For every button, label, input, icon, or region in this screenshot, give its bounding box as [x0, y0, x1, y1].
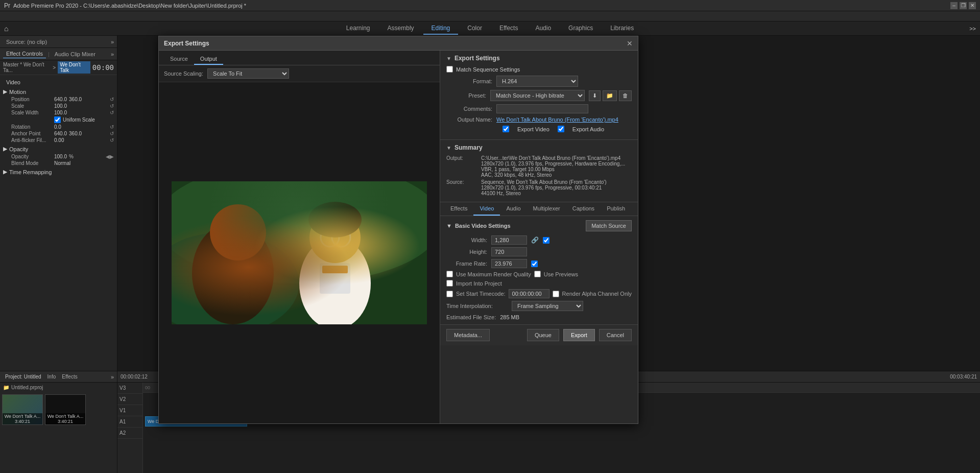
- basic-video-collapse-icon[interactable]: ▼: [446, 223, 452, 229]
- set-start-timecode-checkbox[interactable]: [446, 291, 453, 297]
- match-source-button[interactable]: Match Source: [586, 220, 632, 231]
- close-button[interactable]: ✕: [969, 2, 976, 9]
- position-x[interactable]: 640.0: [54, 97, 67, 102]
- settings-collapse-icon[interactable]: ▼: [446, 56, 451, 61]
- frame-rate-row: Frame Rate:: [446, 259, 632, 268]
- audio-tab[interactable]: Audio: [500, 202, 527, 216]
- time-remapping-header[interactable]: ▶ Time Remapping: [3, 168, 114, 176]
- tab-source[interactable]: Source: (no clip): [3, 38, 50, 46]
- clip-name-badge[interactable]: We Don't Talk: [58, 61, 90, 74]
- frame-rate-input[interactable]: [491, 259, 527, 268]
- opacity-value[interactable]: 100.0: [54, 154, 67, 159]
- tab-learning[interactable]: Learning: [338, 22, 378, 35]
- set-start-timecode-row: Set Start Timecode: Render Alpha Channel…: [446, 289, 632, 298]
- project-thumb-1[interactable]: We Don't Talk A... 3:40:21: [2, 394, 43, 425]
- output-tab[interactable]: Output: [194, 54, 223, 65]
- export-button[interactable]: Export: [563, 329, 595, 341]
- antiflicker-reset-icon[interactable]: ↺: [110, 137, 114, 143]
- scale-width-reset-icon[interactable]: ↺: [110, 110, 114, 115]
- blend-mode-value[interactable]: Normal: [54, 160, 70, 166]
- basic-video-title-text: Basic Video Settings: [455, 223, 511, 229]
- publish-tab[interactable]: Publish: [601, 202, 631, 216]
- dialog-source-tabs: Source Output: [159, 51, 440, 65]
- clip-selector: Master * We Don't Ta... > We Don't Talk …: [0, 60, 117, 75]
- home-icon[interactable]: ⌂: [4, 25, 8, 33]
- tab-libraries[interactable]: Libraries: [602, 22, 642, 35]
- anchor-y[interactable]: 360.0: [69, 131, 82, 136]
- cancel-button[interactable]: Cancel: [599, 329, 632, 341]
- metadata-button[interactable]: Metadata...: [446, 329, 490, 341]
- anchor-x[interactable]: 640.0: [54, 131, 67, 136]
- export-video-checkbox[interactable]: [503, 126, 509, 132]
- multiplexer-tab[interactable]: Multiplexer: [527, 202, 566, 216]
- scale-value[interactable]: 100.0: [54, 103, 67, 109]
- tab-assembly[interactable]: Assembly: [379, 22, 422, 35]
- use-max-render-checkbox[interactable]: [446, 271, 453, 277]
- project-thumb-2[interactable]: We Don't Talk A... 3:40:21: [45, 394, 86, 425]
- rotation-value[interactable]: 0.0: [54, 124, 61, 130]
- opacity-header[interactable]: ▶ Opacity: [3, 145, 114, 153]
- use-previews-label: Use Previews: [544, 271, 578, 277]
- frame-rate-checkbox[interactable]: [531, 261, 538, 267]
- scale-reset-icon[interactable]: ↺: [110, 103, 114, 109]
- estimated-size-row: Estimated File Size: 285 MB: [446, 314, 632, 320]
- position-reset-icon[interactable]: ↺: [110, 97, 114, 102]
- effects-tab[interactable]: Effects: [444, 202, 473, 216]
- video-tab[interactable]: Video: [473, 202, 500, 216]
- format-select[interactable]: H.264 H.265 MPEG4 QuickTime AVI: [496, 76, 578, 87]
- link-dimensions-icon[interactable]: 🔗: [531, 236, 539, 244]
- uniform-scale-checkbox[interactable]: [54, 116, 61, 123]
- save-preset-button[interactable]: ⬇: [589, 90, 601, 101]
- master-label: Master * We Don't Ta...: [3, 62, 51, 73]
- tab-audio-clip-mixer[interactable]: Audio Clip Mixer: [52, 50, 99, 58]
- dialog-close-button[interactable]: ✕: [627, 39, 633, 48]
- time-interpolation-select[interactable]: Frame Sampling Frame Blending Optical Fl…: [512, 301, 583, 311]
- uniform-scale-label: Uniform Scale: [63, 117, 95, 123]
- tab-graphics[interactable]: Graphics: [560, 22, 601, 35]
- restore-button[interactable]: ❐: [960, 2, 967, 9]
- project-tab-main[interactable]: Project: Untitled: [3, 373, 43, 380]
- export-audio-checkbox[interactable]: [558, 126, 564, 132]
- antiflicker-value[interactable]: 0.00: [54, 137, 64, 143]
- project-tab-info[interactable]: Info: [45, 373, 58, 380]
- use-previews-checkbox[interactable]: [534, 271, 541, 277]
- anchor-reset-icon[interactable]: ↺: [110, 131, 114, 136]
- width-checkbox[interactable]: [543, 237, 549, 244]
- manage-preset-button[interactable]: 📁: [603, 90, 617, 101]
- position-row: Position 640.0 360.0 ↺: [3, 96, 114, 103]
- tab-effects[interactable]: Effects: [491, 22, 526, 35]
- render-alpha-checkbox[interactable]: [553, 291, 559, 297]
- output-name-link[interactable]: We Don't Talk About Bruno (From 'Encanto…: [496, 116, 618, 123]
- project-tab-effects[interactable]: Effects: [60, 373, 79, 380]
- match-sequence-checkbox[interactable]: [446, 66, 453, 73]
- title-bar-controls[interactable]: – ❐ ✕: [950, 2, 976, 9]
- scale-width-value[interactable]: 100.0: [54, 110, 67, 115]
- height-input[interactable]: [491, 247, 527, 256]
- delete-preset-button[interactable]: 🗑: [619, 90, 632, 101]
- preset-select[interactable]: Match Source - High bitrate Match Source…: [490, 90, 585, 101]
- tab-color[interactable]: Color: [459, 22, 490, 35]
- panel-chevron-icon: »: [111, 39, 114, 45]
- import-into-project-checkbox[interactable]: [446, 280, 453, 287]
- tab-audio[interactable]: Audio: [527, 22, 559, 35]
- opacity-keyframe-icon[interactable]: ◀▶: [106, 154, 114, 159]
- summary-collapse-icon[interactable]: ▼: [446, 145, 451, 151]
- settings-tabs: Effects Video Audio Multiplexer Captions…: [440, 202, 638, 216]
- source-scaling-select[interactable]: Scale To Fit Scale To Fill Stretch To Fi…: [207, 68, 289, 79]
- tab-effect-controls[interactable]: Effect Controls: [3, 50, 46, 58]
- width-input[interactable]: [491, 235, 527, 245]
- timeline-timecode[interactable]: 00:00:02:12: [121, 374, 148, 380]
- captions-tab[interactable]: Captions: [566, 202, 601, 216]
- app-icon: Pr: [4, 2, 10, 9]
- comments-input[interactable]: [496, 104, 588, 113]
- set-start-timecode-label: Set Start Timecode:: [456, 291, 506, 297]
- source-tab[interactable]: Source: [164, 54, 194, 65]
- tab-editing[interactable]: Editing: [423, 22, 459, 35]
- motion-header[interactable]: ▶ Motion: [3, 87, 114, 96]
- queue-button[interactable]: Queue: [527, 329, 559, 341]
- rotation-reset-icon[interactable]: ↺: [110, 124, 114, 130]
- more-tabs-icon[interactable]: >>: [969, 26, 976, 32]
- minimize-button[interactable]: –: [950, 2, 958, 9]
- position-y[interactable]: 360.0: [69, 97, 82, 102]
- start-timecode-input[interactable]: [509, 289, 549, 298]
